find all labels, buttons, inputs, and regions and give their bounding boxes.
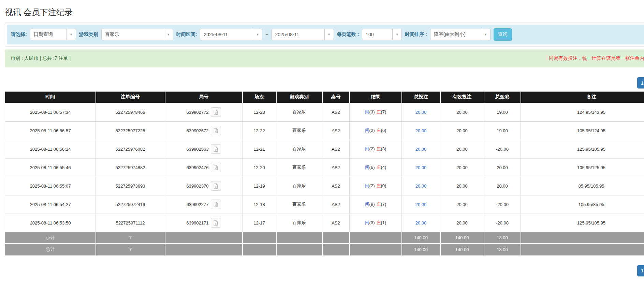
table-row: 2025-08-11 06:56:57 522725977225 6399026… xyxy=(5,121,644,140)
video-button[interactable] xyxy=(211,218,221,228)
per-page-value: 100 xyxy=(366,32,374,37)
valid-bet-cell: 20.00 xyxy=(440,177,484,195)
round-cell: 639902476 xyxy=(165,158,243,177)
header-cell-remark: 备注 xyxy=(521,92,644,103)
table-row: 2025-08-11 06:53:50 522725971112 6399021… xyxy=(5,214,644,232)
bet-id-cell: 522725978466 xyxy=(96,103,165,121)
per-page-select[interactable]: 100 ▼ xyxy=(362,29,402,40)
result-player-score: (6) xyxy=(369,165,375,170)
header-cell-payout: 总派彩 xyxy=(484,92,521,103)
header-cell-bet-id: 注单编号 xyxy=(96,92,165,103)
result-banker-score: (7) xyxy=(381,202,386,207)
total-bet-link[interactable]: 20.00 xyxy=(415,128,427,133)
result-player-score: (2) xyxy=(369,146,375,151)
round-id: 639902370 xyxy=(186,183,208,189)
caret-down-icon: ▼ xyxy=(324,29,334,40)
video-button[interactable] xyxy=(211,181,221,191)
result-banker-score: (7) xyxy=(381,109,386,114)
payout-cell: 19.00 xyxy=(484,121,521,140)
total-total-bet: 140.00 xyxy=(402,244,440,255)
remark-cell: 85.95/105.95 xyxy=(521,177,644,195)
game-cell: 百家乐 xyxy=(276,121,322,140)
total-bet-cell: 20.00 xyxy=(402,195,440,214)
table-summary: 小计 7 140.00 140.00 18.00 总计 7 140.00 140… xyxy=(5,232,644,255)
time-cell: 2025-08-11 06:57:34 xyxy=(5,103,96,121)
video-button[interactable] xyxy=(211,163,221,172)
time-cell: 2025-08-11 06:56:24 xyxy=(5,140,96,158)
video-icon xyxy=(213,146,219,152)
table-row: 2025-08-11 06:54:27 522725972419 6399022… xyxy=(5,195,644,214)
page-1-button[interactable]: 1 xyxy=(637,77,644,88)
video-button[interactable] xyxy=(211,144,221,154)
round-id: 639902476 xyxy=(186,165,208,170)
round-cell: 639902171 xyxy=(165,214,243,232)
header-cell-total-bet: 总投注 xyxy=(402,92,440,103)
filter-bar: 请选择: 日期查询 ▼ 游戏类别 百家乐 ▼ 时间区间: 2025-08-11 … xyxy=(7,25,644,44)
date-from-select[interactable]: 2025-08-11 ▼ xyxy=(200,29,262,40)
result-banker-label: 庄 xyxy=(377,220,381,225)
session-cell: 12-19 xyxy=(243,177,276,195)
total-bet-link[interactable]: 20.00 xyxy=(415,202,427,207)
video-icon xyxy=(213,202,219,207)
notice-bar: 币别 : 人民币 | 总共 :7 注单 | 同局有效投注，统一计算在该局第一张注… xyxy=(5,50,644,67)
video-button[interactable] xyxy=(211,200,221,209)
result-player-label: 闲 xyxy=(365,128,369,133)
query-button[interactable]: 查询 xyxy=(494,28,512,41)
game-cell: 百家乐 xyxy=(276,214,322,232)
valid-bet-cell: 20.00 xyxy=(440,140,484,158)
time-cell: 2025-08-11 06:54:27 xyxy=(5,195,96,214)
total-bet-cell: 20.00 xyxy=(402,103,440,121)
round-id: 639902171 xyxy=(186,220,208,226)
sort-select[interactable]: 降幂(由大到小) ▼ xyxy=(430,29,491,40)
round-cell: 639902772 xyxy=(165,103,243,121)
page-1-button[interactable]: 1 xyxy=(637,265,644,276)
caret-down-icon: ▼ xyxy=(392,29,401,40)
video-button[interactable] xyxy=(211,126,221,135)
table-no-cell: AS2 xyxy=(322,158,350,177)
total-payout: 18.00 xyxy=(484,244,521,255)
result-player-score: (2) xyxy=(369,128,375,133)
table-no-cell: AS2 xyxy=(322,195,350,214)
video-button[interactable] xyxy=(211,107,221,117)
video-icon xyxy=(213,165,219,171)
round-id: 639902672 xyxy=(186,128,208,133)
result-player-label: 闲 xyxy=(365,146,369,151)
result-banker-score: (0) xyxy=(381,183,386,188)
result-cell: 闲(2)庄(0) xyxy=(350,177,402,195)
total-bet-link[interactable]: 20.00 xyxy=(415,147,427,152)
result-banker-label: 庄 xyxy=(377,202,381,207)
total-bet-link[interactable]: 20.00 xyxy=(415,220,427,226)
valid-bet-cell: 20.00 xyxy=(440,214,484,232)
bet-id-cell: 522725972419 xyxy=(96,195,165,214)
valid-bet-cell: 20.00 xyxy=(440,158,484,177)
subtotal-label: 小计 xyxy=(5,232,96,244)
total-bet-cell: 20.00 xyxy=(402,214,440,232)
date-to-select[interactable]: 2025-08-11 ▼ xyxy=(272,29,334,40)
bet-id-cell: 522725973693 xyxy=(96,177,165,195)
total-valid-bet: 140.00 xyxy=(440,244,484,255)
query-type-select[interactable]: 日期查询 ▼ xyxy=(30,29,76,40)
round-cell: 639902277 xyxy=(165,195,243,214)
total-bet-link[interactable]: 20.00 xyxy=(415,110,427,115)
remark-cell: 105.95/125.95 xyxy=(521,158,644,177)
video-icon xyxy=(213,128,219,134)
session-cell: 12-23 xyxy=(243,103,276,121)
round-cell: 639902563 xyxy=(165,140,243,158)
table-body: 2025-08-11 06:57:34 522725978466 6399027… xyxy=(5,103,644,232)
betting-table: 时间 注单编号 局号 场次 游戏类别 桌号 结果 总投注 有效投注 总派彩 备注… xyxy=(5,92,644,256)
time-range-label: 时间区间: xyxy=(176,31,197,38)
total-bet-link[interactable]: 20.00 xyxy=(415,165,427,170)
bet-id-cell: 522725974882 xyxy=(96,158,165,177)
sort-value: 降幂(由大到小) xyxy=(434,31,466,38)
total-bet-cell: 20.00 xyxy=(402,140,440,158)
result-cell: 闲(2)庄(3) xyxy=(350,140,402,158)
video-icon xyxy=(213,109,219,115)
result-player-label: 闲 xyxy=(365,109,369,114)
total-bet-link[interactable]: 20.00 xyxy=(415,183,427,189)
game-cell: 百家乐 xyxy=(276,158,322,177)
table-no-cell: AS2 xyxy=(322,121,350,140)
game-type-select[interactable]: 百家乐 ▼ xyxy=(101,29,173,40)
round-cell: 639902672 xyxy=(165,121,243,140)
result-banker-label: 庄 xyxy=(377,128,381,133)
header-cell-table: 桌号 xyxy=(322,92,350,103)
